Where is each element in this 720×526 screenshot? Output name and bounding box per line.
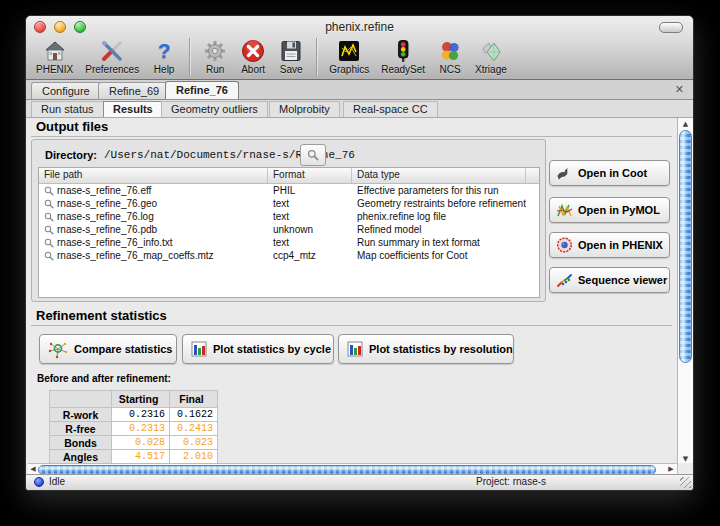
- file-path: rnase-s_refine_76.eff: [57, 185, 151, 196]
- toolbar-button-ncs[interactable]: NCS: [431, 37, 469, 75]
- toolbar-label: Help: [154, 64, 175, 75]
- output-files-panel: Directory: /Users/nat/Documents/rnase-s/…: [31, 139, 546, 302]
- file-row[interactable]: rnase-s_refine_76_info.txt text Run summ…: [39, 236, 539, 249]
- refinement-stats-table: Starting Final R-work 0.2316 0.1622 R-fr…: [49, 390, 218, 464]
- tab-refine-69[interactable]: Refine_69: [98, 82, 170, 99]
- scroll-up-arrow[interactable]: ▲: [678, 118, 693, 130]
- file-data-type: Effective parameters for this run: [352, 185, 526, 196]
- file-path: rnase-s_refine_76.pdb: [57, 224, 157, 235]
- file-path: rnase-s_refine_76.log: [57, 211, 154, 222]
- toolbar-label: Xtriage: [475, 64, 507, 75]
- browse-directory-button[interactable]: [300, 144, 326, 166]
- toolbar-label: ReadySet: [381, 64, 425, 75]
- open-in-coot-button[interactable]: Open in Coot: [549, 160, 670, 186]
- toolbar-button-xtriage[interactable]: Xtriage: [469, 37, 513, 75]
- column-header-data-type[interactable]: Data type: [352, 168, 526, 183]
- molecule-icon: [48, 339, 68, 359]
- stats-row-label: Bonds: [50, 436, 112, 450]
- magnifier-icon: [44, 238, 54, 248]
- file-format: unknown: [268, 224, 352, 235]
- magnifier-icon: [44, 199, 54, 209]
- tab-geometry-outliers[interactable]: Geometry outliers: [161, 101, 268, 117]
- close-tab-icon[interactable]: ✕: [675, 83, 684, 96]
- toolbar-label: NCS: [440, 64, 461, 75]
- toolbar-button-readyset[interactable]: ReadySet: [375, 37, 431, 75]
- table-header-row: File path Format Data type: [39, 168, 539, 184]
- stats-row-angles: Angles 4.517 2.010: [50, 450, 218, 464]
- resize-grip[interactable]: [680, 477, 691, 488]
- results-panel: Output files Directory: /Users/nat/Docum…: [26, 118, 677, 465]
- compare-statistics-button[interactable]: Compare statistics: [39, 334, 177, 364]
- tab-label: Configure: [42, 85, 90, 97]
- toolbar-button-graphics[interactable]: Graphics: [323, 37, 375, 75]
- file-row[interactable]: rnase-s_refine_76.pdb unknown Refined mo…: [39, 223, 539, 236]
- stats-value: 0.028: [112, 436, 170, 450]
- file-format: PHIL: [268, 185, 352, 196]
- plot-by-cycle-button[interactable]: Plot statistics by cycle: [182, 334, 334, 364]
- stats-value: 0.2316: [112, 408, 170, 422]
- tab-run-status[interactable]: Run status: [31, 101, 104, 117]
- tab-real-space-cc[interactable]: Real-space CC: [343, 101, 438, 117]
- file-data-type: Map coefficients for Coot: [352, 250, 526, 261]
- stats-row-label: Angles: [50, 450, 112, 464]
- tab-label: Geometry outliers: [171, 103, 258, 115]
- plot-by-resolution-button[interactable]: Plot statistics by resolution: [338, 334, 514, 364]
- button-label: Open in PHENIX: [578, 239, 663, 251]
- stats-value: 0.023: [170, 436, 218, 450]
- status-idle-icon: [34, 477, 44, 487]
- vertical-scroll-thumb[interactable]: [679, 130, 692, 363]
- toolbar-button-preferences[interactable]: Preferences: [79, 37, 145, 75]
- file-data-type: Run summary in text format: [352, 237, 526, 248]
- tab-label: Real-space CC: [353, 103, 428, 115]
- stats-value: 0.2413: [170, 422, 218, 436]
- tab-refine-76[interactable]: Refine_76: [165, 81, 239, 99]
- file-path: rnase-s_refine_76.geo: [57, 198, 157, 209]
- sequence-icon: [556, 273, 573, 288]
- tab-label: Refine_76: [176, 84, 228, 96]
- magnifier-icon: [44, 225, 54, 235]
- toolbar-label: PHENIX: [36, 64, 73, 75]
- toolbar-button-phenix[interactable]: PHENIX: [30, 37, 79, 75]
- stats-row-r-work: R-work 0.2316 0.1622: [50, 408, 218, 422]
- tab-label: Results: [113, 103, 153, 115]
- stats-header-row: Starting Final: [50, 391, 218, 408]
- file-row[interactable]: rnase-s_refine_76_map_coeffs.mtz ccp4_mt…: [39, 249, 539, 262]
- toolbar-button-help[interactable]: ? Help: [145, 37, 183, 75]
- refinement-statistics-heading: Refinement statistics: [36, 308, 167, 323]
- button-label: Plot statistics by resolution: [369, 343, 513, 355]
- vertical-scrollbar[interactable]: ▲ ▼: [677, 118, 693, 465]
- electron-density-icon: [336, 38, 362, 64]
- pymol-ribbon-icon: [556, 203, 573, 218]
- file-row[interactable]: rnase-s_refine_76.log text phenix.refine…: [39, 210, 539, 223]
- home-icon: [42, 38, 68, 64]
- tab-label: Refine_69: [109, 85, 159, 97]
- toolbar-label: Save: [280, 64, 303, 75]
- toolbar-button-save[interactable]: Save: [272, 37, 310, 75]
- section-divider: [31, 325, 672, 326]
- toolbar-toggle-button[interactable]: [659, 22, 683, 33]
- toolbar-button-abort[interactable]: Abort: [234, 37, 272, 75]
- column-header-format[interactable]: Format: [268, 168, 352, 183]
- tab-molprobity[interactable]: Molprobity: [269, 101, 340, 117]
- file-row[interactable]: rnase-s_refine_76.geo text Geometry rest…: [39, 197, 539, 210]
- toolbar-label: Preferences: [85, 64, 139, 75]
- bar-chart-icon: [191, 341, 207, 357]
- toolbar-label: Run: [206, 64, 224, 75]
- column-header-file-path[interactable]: File path: [39, 168, 268, 183]
- tab-configure[interactable]: Configure: [31, 82, 101, 99]
- section-divider: [31, 136, 672, 137]
- open-in-pymol-button[interactable]: Open in PyMOL: [549, 197, 670, 223]
- open-in-phenix-button[interactable]: Open in PHENIX: [549, 232, 670, 258]
- sequence-viewer-button[interactable]: Sequence viewer: [549, 267, 670, 293]
- file-row[interactable]: rnase-s_refine_76.eff PHIL Effective par…: [39, 184, 539, 197]
- tab-results[interactable]: Results: [103, 101, 163, 117]
- toolbar-separator: [316, 38, 317, 76]
- tab-label: Molprobity: [279, 103, 330, 115]
- toolbar-button-run[interactable]: Run: [196, 37, 234, 75]
- titlebar[interactable]: phenix.refine: [26, 16, 693, 37]
- save-floppy-icon: [278, 38, 304, 64]
- stats-row-label: R-work: [50, 408, 112, 422]
- directory-label: Directory:: [45, 149, 97, 161]
- tools-icon: [99, 38, 125, 64]
- stats-row-label: R-free: [50, 422, 112, 436]
